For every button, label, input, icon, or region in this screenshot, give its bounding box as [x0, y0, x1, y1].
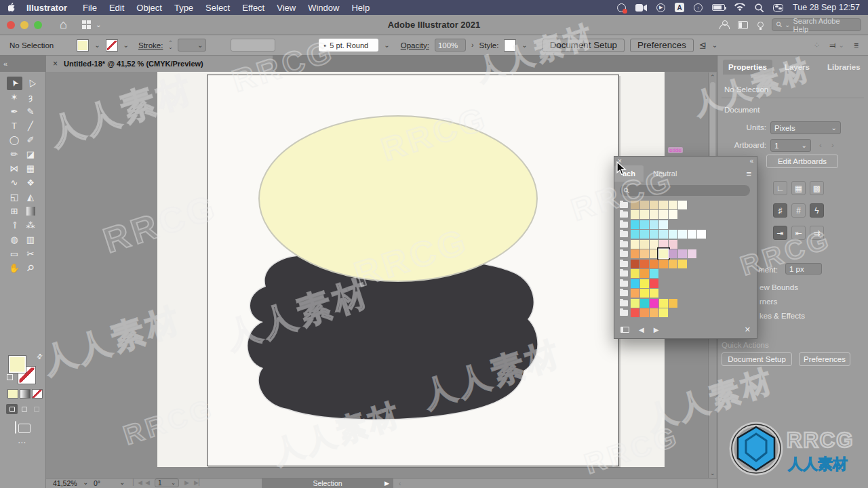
ellipse-tool[interactable]: ◯	[7, 134, 22, 147]
color-swatch[interactable]	[697, 230, 706, 239]
brush-chevron-icon[interactable]: ⌄	[384, 42, 389, 49]
color-swatch[interactable]	[659, 220, 668, 229]
guides-toggle[interactable]: ♯	[773, 203, 787, 218]
prev-artboard-nav-icon[interactable]: ◀	[145, 479, 150, 486]
tab-layers[interactable]: Layers	[779, 60, 815, 75]
menu-list-icon[interactable]: ≡	[854, 41, 859, 50]
snap-to-grid-toggle[interactable]: ⇤	[791, 226, 806, 240]
color-swatch[interactable]	[650, 299, 658, 308]
swatch-folder-icon[interactable]	[620, 241, 628, 247]
align-panel-icon[interactable]: ⫤	[830, 41, 836, 50]
swatch-folder-icon[interactable]	[620, 211, 628, 218]
draw-normal-button[interactable]	[6, 404, 18, 414]
color-swatch[interactable]	[659, 260, 668, 268]
color-swatch[interactable]	[678, 230, 687, 239]
tab-libraries[interactable]: Libraries	[822, 60, 866, 75]
stroke-weight-dropdown[interactable]: ⌄	[178, 39, 206, 52]
panel-preferences-button[interactable]: Preferences	[799, 352, 850, 366]
color-swatch[interactable]	[631, 279, 639, 288]
opacity-label[interactable]: Opacity:	[401, 41, 429, 49]
style-chevron-icon[interactable]: ⌄	[521, 42, 527, 49]
swatches-collapse-icon[interactable]: «	[749, 157, 753, 165]
color-swatch[interactable]	[669, 201, 677, 209]
color-swatch[interactable]	[678, 260, 687, 268]
spotlight-search-icon[interactable]	[755, 2, 764, 13]
opacity-field[interactable]: 100%	[435, 39, 466, 52]
color-swatch[interactable]	[650, 260, 658, 268]
transparency-grid-toggle[interactable]: ▩	[810, 181, 824, 195]
last-artboard-icon[interactable]: ▶▏	[194, 479, 203, 486]
swatch-folder-icon[interactable]	[620, 270, 628, 277]
blend-tool[interactable]: ◍	[7, 233, 22, 247]
gradient-tool[interactable]	[23, 205, 39, 218]
artboard-dropdown[interactable]: 1 ⌄	[770, 139, 811, 152]
help-search-field[interactable]: ⚲ ⌄ Search Adobe Help	[772, 18, 861, 31]
tool-field-expand-icon[interactable]: ▶	[384, 480, 389, 487]
screen-record-icon[interactable]	[617, 2, 626, 13]
menu-type[interactable]: Type	[168, 3, 199, 13]
eyedropper-tool[interactable]: ⊸	[7, 219, 22, 232]
color-swatch[interactable]	[640, 230, 649, 239]
swatch-folder-icon[interactable]	[620, 261, 628, 267]
swatch-folder-icon[interactable]	[620, 290, 628, 296]
zoom-chevron-icon[interactable]: ⌄	[83, 479, 88, 486]
swatch-folder-icon[interactable]	[620, 202, 628, 208]
color-swatch[interactable]	[650, 210, 658, 219]
pencil-tool[interactable]: ✏	[7, 148, 22, 161]
color-mode-button[interactable]	[7, 389, 18, 399]
color-swatch[interactable]	[650, 220, 658, 229]
color-swatch[interactable]	[678, 201, 687, 209]
menu-help[interactable]: Help	[345, 3, 376, 13]
stroke-weight-label[interactable]: Stroke:	[138, 41, 163, 49]
menu-view[interactable]: View	[271, 3, 302, 13]
panel-document-setup-button[interactable]: Document Setup	[722, 352, 792, 366]
color-swatch[interactable]	[669, 249, 677, 258]
swatch-folder-icon[interactable]	[620, 251, 628, 257]
curvature-tool[interactable]: ✎	[23, 105, 39, 119]
color-swatch[interactable]	[659, 299, 668, 308]
edit-toolbar-icon[interactable]: ⋯	[18, 438, 26, 447]
grid-toggle[interactable]: ▦	[791, 181, 806, 195]
artboard[interactable]	[207, 75, 619, 466]
color-swatch[interactable]	[640, 240, 649, 249]
align-panel-chevron-icon[interactable]: ⌄	[839, 42, 844, 49]
document-setup-button[interactable]: Document Setup	[542, 39, 625, 52]
video-camera-icon[interactable]	[635, 2, 647, 13]
color-swatch[interactable]	[688, 249, 696, 258]
zoom-level-value[interactable]: 41,52%	[53, 479, 77, 487]
tab-properties[interactable]: Properties	[723, 60, 772, 75]
color-swatch[interactable]	[631, 260, 639, 268]
edit-artboards-button[interactable]: Edit Artboards	[766, 155, 838, 168]
rotation-value[interactable]: 0°	[94, 479, 100, 487]
swatch-folder-icon[interactable]	[620, 222, 628, 228]
home-icon[interactable]: ⌂	[60, 18, 67, 32]
arrange-documents-icon[interactable]	[82, 20, 92, 29]
color-swatch[interactable]	[640, 201, 649, 209]
color-swatch[interactable]	[659, 201, 668, 209]
color-swatch[interactable]	[631, 220, 639, 229]
arrange-documents-chevron-icon[interactable]: ⌄	[96, 22, 101, 28]
pen-tool[interactable]: ✒	[7, 105, 22, 119]
rotation-chevron-icon[interactable]: ⌄	[119, 479, 125, 486]
rulers-toggle[interactable]: ∟	[773, 181, 787, 195]
color-swatch[interactable]	[640, 289, 649, 298]
color-swatch[interactable]	[640, 269, 649, 278]
minimize-window-button[interactable]	[20, 21, 28, 29]
document-tab[interactable]: × Untitled-18* @ 41,52 % (CMYK/Preview)	[46, 56, 273, 72]
collapse-panel-icon[interactable]: «	[0, 56, 11, 72]
color-swatch[interactable]	[640, 260, 649, 268]
prev-swatch-set-icon[interactable]: ◀	[639, 326, 644, 333]
menu-object[interactable]: Object	[130, 3, 168, 13]
fill-chevron-icon[interactable]: ⌄	[94, 42, 100, 49]
column-graph-tool[interactable]: ▥	[23, 233, 39, 247]
align-chevron-icon[interactable]: ⌄	[712, 42, 717, 49]
color-swatch[interactable]	[650, 308, 658, 317]
accessibility-icon[interactable]: ↑	[694, 3, 703, 12]
menu-edit[interactable]: Edit	[103, 3, 130, 13]
color-swatch[interactable]	[650, 201, 658, 209]
preferences-button[interactable]: Preferences	[630, 39, 694, 52]
workspace-switcher-icon[interactable]	[738, 21, 748, 29]
direct-selection-tool[interactable]: ▷	[23, 77, 39, 90]
battery-icon[interactable]	[712, 2, 725, 13]
selection-tool[interactable]: ➤	[7, 77, 22, 90]
